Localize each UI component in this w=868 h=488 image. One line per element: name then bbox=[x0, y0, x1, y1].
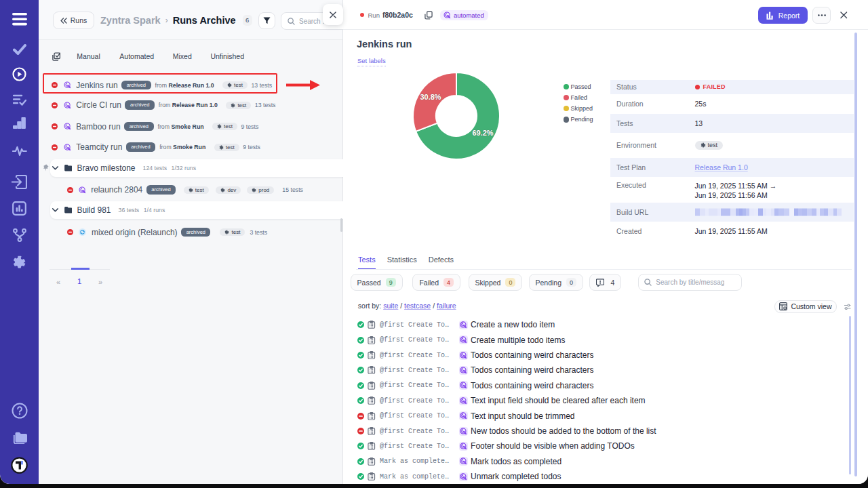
svg-text:30.8%: 30.8% bbox=[420, 93, 441, 101]
svg-text:69.2%: 69.2% bbox=[472, 129, 493, 137]
